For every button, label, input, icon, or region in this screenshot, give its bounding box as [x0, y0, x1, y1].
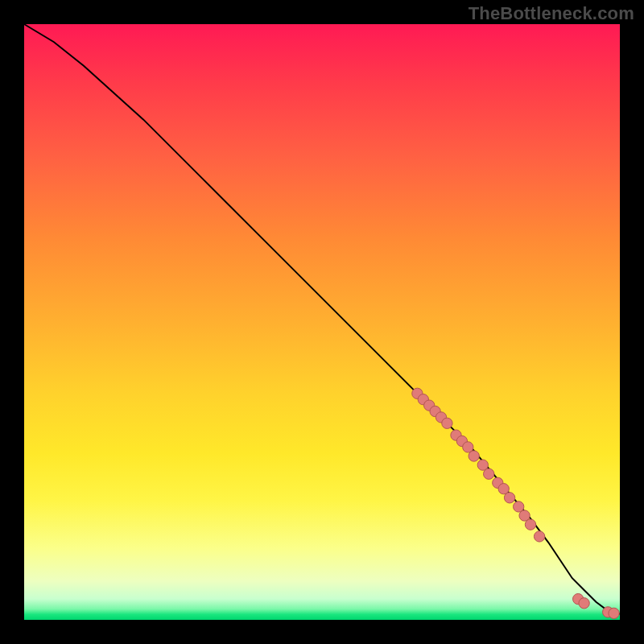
data-point-marker	[504, 493, 514, 503]
markers-group	[412, 388, 620, 618]
data-point-marker	[609, 608, 619, 618]
data-point-marker	[484, 469, 494, 479]
data-point-marker	[534, 531, 544, 542]
chart-frame: TheBottleneck.com	[0, 0, 644, 644]
data-point-marker	[525, 519, 535, 530]
chart-svg	[24, 24, 620, 620]
data-point-marker	[469, 451, 479, 461]
data-point-marker	[442, 418, 452, 428]
watermark-text: TheBottleneck.com	[469, 3, 634, 24]
plot-area	[24, 24, 620, 620]
data-point-marker	[579, 598, 589, 609]
